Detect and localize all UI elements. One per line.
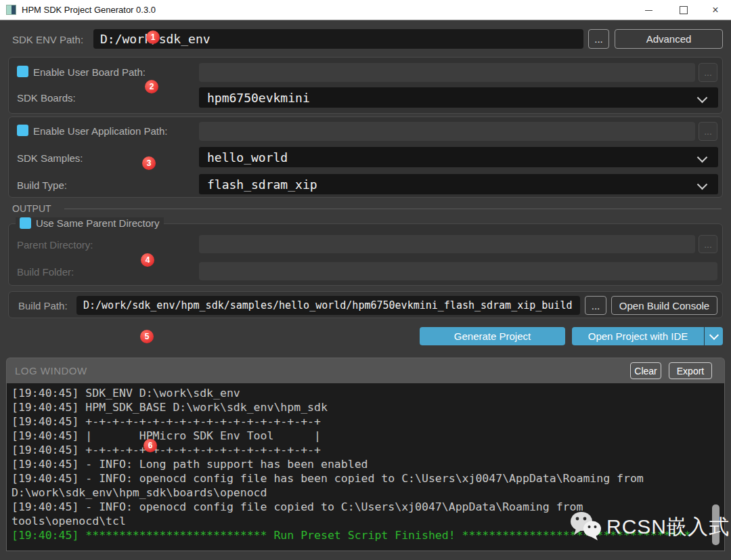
build-type-label: Build Type: [17, 179, 67, 191]
user-app-path-input [199, 122, 695, 141]
chevron-down-icon [697, 152, 708, 163]
app-icon [6, 5, 16, 15]
sdk-env-browse-button[interactable]: ... [588, 29, 609, 49]
sdk-boards-value: hpm6750evkmini [207, 91, 310, 105]
sdk-samples-select[interactable]: hello_world [199, 147, 718, 167]
enable-user-board-checkbox[interactable] [17, 66, 28, 77]
parent-dir-group: Use Same Parent Directory Parent Directo… [8, 223, 723, 286]
build-folder-input [199, 262, 717, 280]
parent-directory-label: Parent Directory: [17, 239, 93, 251]
parent-directory-input [199, 235, 695, 253]
close-button[interactable]: × [700, 0, 731, 20]
annotation-badge-5: 5 [140, 330, 154, 343]
close-icon: × [712, 5, 718, 16]
log-line: [19:40:45] - INFO: Long path support has… [12, 457, 724, 471]
log-line: [19:40:45] | HPMicro SDK Env Tool | [12, 429, 724, 443]
use-same-parent-checkbox[interactable] [20, 217, 31, 229]
user-board-browse-button: ... [699, 63, 717, 82]
enable-user-app-label: Enable User Application Path: [33, 125, 167, 137]
advanced-button[interactable]: Advanced [615, 29, 723, 49]
open-build-console-button[interactable]: Open Build Console [611, 296, 717, 315]
open-project-dropdown-button[interactable] [705, 327, 723, 345]
title-bar: HPM SDK Project Generator 0.3.0 × [0, 0, 731, 20]
chevron-down-icon [697, 179, 708, 190]
watermark-text: RCSN嵌入式 [606, 513, 730, 541]
log-line: [19:40:45] HPM_SDK_BASE D:\work\sdk_env\… [12, 400, 724, 414]
annotation-badge-3: 3 [142, 156, 156, 170]
build-path-browse-button[interactable]: ... [585, 296, 606, 315]
application-group: Enable User Application Path: ... SDK Sa… [8, 116, 723, 198]
window-title: HPM SDK Project Generator 0.3.0 [22, 5, 156, 15]
wechat-icon [567, 509, 605, 544]
sdk-boards-select[interactable]: hpm6750evkmini [199, 87, 718, 108]
maximize-button[interactable] [668, 0, 699, 20]
parent-dir-group-title: Use Same Parent Directory [16, 217, 164, 229]
log-line: [19:40:45] SDK_ENV D:\work\sdk_env [12, 386, 724, 400]
enable-user-board-label: Enable User Board Path: [33, 66, 146, 78]
board-group: Enable User Board Path: ... SDK Boards: … [8, 57, 723, 114]
log-line: D:\work\sdk_env\hpm_sdk\boards\openocd [12, 486, 724, 500]
build-path-label: Build Path: [18, 300, 68, 311]
clear-button[interactable]: Clear [630, 362, 661, 379]
annotation-badge-2: 2 [145, 80, 158, 93]
build-path-input[interactable]: D:/work/sdk_env/hpm_sdk/samples/hello_wo… [76, 296, 580, 315]
annotation-badge-4: 4 [141, 253, 154, 267]
open-project-split-button: Open Project with IDE [572, 327, 723, 345]
log-line: [19:40:45] +-+-+-+-+-+-+-+-+-+-+-+-+-+-+… [12, 443, 724, 457]
log-line: [19:40:45] - INFO: openocd config file h… [12, 471, 724, 486]
sdk-env-path-label: SDK ENV Path: [12, 34, 83, 45]
parent-directory-browse-button: ... [699, 235, 717, 253]
build-type-select[interactable]: flash_sdram_xip [199, 174, 718, 194]
sdk-boards-label: SDK Boards: [17, 92, 76, 104]
annotation-badge-1: 1 [146, 30, 160, 44]
build-path-group: Build Path: D:/work/sdk_env/hpm_sdk/samp… [8, 291, 723, 318]
user-app-browse-button: ... [699, 122, 717, 141]
export-button[interactable]: Export [669, 362, 712, 379]
use-same-parent-label: Use Same Parent Directory [36, 217, 160, 229]
minimize-icon [645, 10, 652, 11]
watermark: RCSN嵌入式 [567, 509, 730, 544]
sdk-samples-label: SDK Samples: [17, 152, 83, 164]
user-board-path-input [199, 63, 695, 82]
maximize-icon [680, 6, 688, 14]
sdk-env-path-input[interactable]: D:/work/sdk_env [93, 29, 583, 49]
log-window-title: LOG WINDOW [15, 365, 87, 376]
enable-user-app-checkbox[interactable] [17, 125, 28, 136]
output-divider [64, 209, 722, 209]
build-folder-label: Build Folder: [17, 266, 74, 278]
minimize-button[interactable] [633, 0, 664, 20]
annotation-badge-6: 6 [143, 439, 157, 452]
generate-project-button[interactable]: Generate Project [420, 327, 565, 345]
chevron-down-icon [709, 330, 718, 340]
log-window-header: LOG WINDOW Clear Export [6, 358, 725, 383]
app-window: HPM SDK Project Generator 0.3.0 × SDK EN… [0, 0, 731, 560]
output-section-label: OUTPUT [12, 203, 51, 214]
sdk-samples-value: hello_world [207, 150, 288, 165]
build-type-value: flash_sdram_xip [207, 177, 317, 192]
chevron-down-icon [697, 93, 708, 104]
log-line: [19:40:45] +-+-+-+-+-+-+-+-+-+-+-+-+-+-+… [12, 414, 724, 429]
open-project-with-ide-button[interactable]: Open Project with IDE [572, 327, 704, 345]
